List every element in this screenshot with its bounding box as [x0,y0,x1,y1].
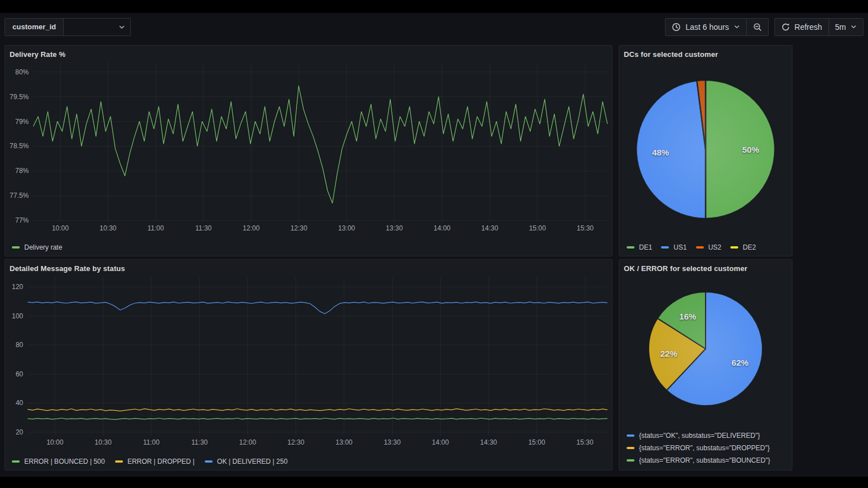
legend-label: {status="ERROR", substatus="DROPPED"} [639,444,770,452]
legend-series-marker [12,460,20,463]
x-tick-label: 13:00 [336,438,353,446]
legend-series-marker [730,246,738,249]
bottom-black-bar [0,477,868,488]
chevron-down-icon [851,24,857,30]
time-range-picker[interactable]: Last 6 hours [666,19,746,36]
legend-series-marker [696,246,704,249]
legend-label: {status="ERROR", substatus="BOUNCED"} [639,456,770,464]
y-tick-label: 20 [16,428,24,436]
x-tick-label: 11:30 [195,224,212,232]
dcs-pie-chart: 50%48% [619,63,792,236]
panel-okerror-pie: OK / ERROR for selected customer 62%22%1… [619,259,792,471]
y-tick-label: 77.5% [10,192,29,199]
panel-title[interactable]: Detailed Message Rate by status [10,264,125,273]
legend-item[interactable]: ERROR | BOUNCED | 500 [12,458,105,465]
x-tick-label: 15:30 [576,438,593,446]
legend-label: DE1 [639,243,652,251]
legend-label: ERROR | DROPPED | [127,458,195,465]
zoom-out-button[interactable] [746,19,768,36]
x-tick-label: 10:30 [100,224,117,232]
panel-title[interactable]: DCs for selected customer [624,50,718,59]
panel-title[interactable]: OK / ERROR for selected customer [624,264,747,273]
legend-series-marker [661,246,669,249]
okerror-pie-legend: {status="OK", substatus="DELIVERED"}{sta… [619,432,792,464]
delivery-rate-legend: Delivery rate [5,243,612,251]
x-tick-label: 12:00 [243,224,259,232]
legend-item[interactable]: {status="ERROR", substatus="DROPPED"} [627,444,785,452]
panel-message-rate: Detailed Message Rate by status 10:0010:… [5,259,613,471]
legend-series-marker [627,246,635,249]
x-tick-label: 11:00 [148,224,164,232]
legend-label: ERROR | BOUNCED | 500 [24,458,105,465]
series-line-ok-delivered-250 [28,302,607,314]
y-tick-label: 78% [15,167,29,175]
sync-icon [781,23,790,32]
variable-label: customer_id [5,19,63,36]
x-tick-label: 10:00 [46,438,63,446]
variable-customer-id: customer_id [5,18,131,36]
legend-item[interactable]: DE1 [627,243,652,251]
legend-series-marker [627,434,635,437]
panel-dcs-pie: DCs for selected customer 50%48% DE1US1U… [619,45,792,256]
legend-label: US1 [673,243,686,251]
toolbar-right: Last 6 hours Refresh [665,18,863,36]
legend-label: OK | DELIVERED | 250 [217,458,288,465]
legend-series-marker [115,460,123,463]
x-tick-label: 15:30 [577,224,594,232]
dcs-pie-legend: DE1US1US2DE2 [619,243,792,251]
x-tick-label: 11:00 [143,438,160,446]
panel-delivery-rate: Delivery Rate % 10:0010:3011:0011:3012:0… [5,45,613,256]
x-tick-label: 13:30 [386,224,403,232]
legend-item[interactable]: ERROR | DROPPED | [115,458,195,465]
y-tick-label: 120 [12,283,23,291]
y-tick-label: 79.5% [10,93,29,101]
y-tick-label: 77% [15,216,29,224]
x-tick-label: 12:30 [288,438,305,446]
legend-series-marker [205,460,213,463]
x-tick-label: 12:30 [290,224,307,232]
y-tick-label: 100 [12,312,23,320]
series-line-delivery-rate [33,86,607,203]
series-line-error-bounced-500 [28,418,607,419]
x-tick-label: 14:00 [434,224,451,232]
x-tick-label: 14:30 [480,438,497,446]
legend-item[interactable]: OK | DELIVERED | 250 [205,458,288,465]
pie-slice-us1[interactable] [636,81,706,219]
legend-item[interactable]: {status="OK", substatus="DELIVERED"} [627,432,785,440]
legend-item[interactable]: US2 [696,243,721,251]
time-range-label: Last 6 hours [685,23,729,32]
chevron-down-icon [734,24,740,30]
legend-label: DE2 [743,243,756,251]
okerror-pie-chart: 62%22%16% [619,277,792,420]
legend-item[interactable]: {status="ERROR", substatus="BOUNCED"} [627,456,785,464]
top-black-bar [0,0,868,13]
y-tick-label: 78.5% [10,142,29,150]
pie-slice-de1[interactable] [706,80,775,219]
legend-item[interactable]: Delivery rate [12,243,62,251]
legend-label: {status="OK", substatus="DELIVERED"} [639,432,760,440]
pie: 62%22%16% [646,289,765,409]
x-tick-label: 15:00 [529,224,546,232]
time-controls-group: Last 6 hours [665,18,768,36]
panel-title[interactable]: Delivery Rate % [10,50,65,59]
refresh-interval-dropdown[interactable]: 5m [829,19,863,36]
legend-series-marker [12,246,20,249]
message-rate-legend: ERROR | BOUNCED | 500ERROR | DROPPED |OK… [5,458,612,465]
refresh-label: Refresh [795,23,822,32]
y-tick-label: 79% [15,118,29,126]
y-tick-label: 40 [16,399,24,407]
legend-item[interactable]: US1 [661,243,686,251]
chevron-down-icon [118,24,125,30]
legend-item[interactable]: DE2 [730,243,756,251]
refresh-interval-value: 5m [835,23,846,32]
refresh-group: Refresh 5m [774,18,863,36]
legend-series-marker [627,447,635,449]
variable-value-dropdown[interactable] [63,19,130,36]
panel-header: OK / ERROR for selected customer [619,260,792,277]
x-tick-label: 11:30 [191,438,208,446]
legend-series-marker [627,459,635,462]
message-rate-chart: 10:0010:3011:0011:3012:0012:3013:0013:30… [5,277,612,452]
refresh-button[interactable]: Refresh [775,19,829,36]
pie: 50%48% [633,77,778,222]
toolbar: customer_id Last 6 hours [0,13,868,41]
